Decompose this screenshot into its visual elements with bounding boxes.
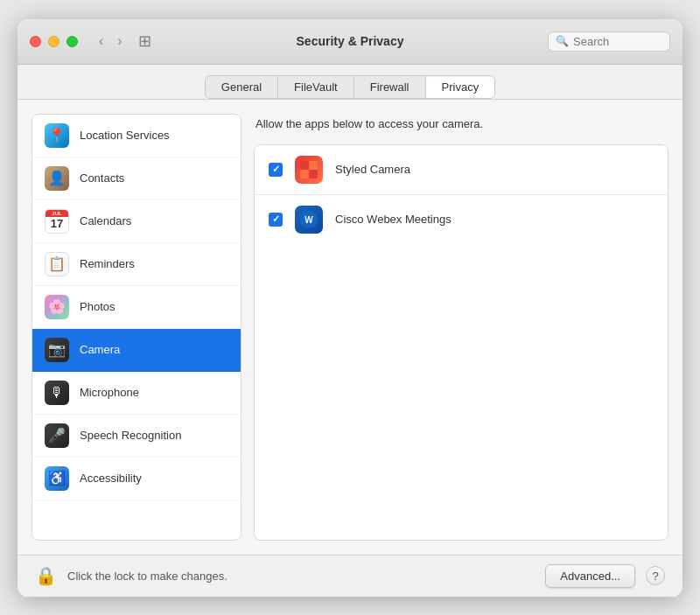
accessibility-icon: ♿ (45, 466, 69, 491)
advanced-button[interactable]: Advanced... (545, 564, 635, 588)
search-icon: 🔍 (556, 35, 569, 47)
sidebar-item-label: Photos (80, 300, 115, 313)
window-title: Security & Privacy (297, 34, 404, 48)
list-item: ✓ W Cisco Webex Meetings (255, 195, 668, 244)
sidebar-item-location-services[interactable]: 📍 Location Services (32, 115, 241, 157)
tab-general[interactable]: General (206, 76, 278, 98)
camera-icon: 📷 (45, 338, 69, 362)
help-button[interactable]: ? (646, 566, 665, 585)
footer: 🔒 Click the lock to make changes. Advanc… (18, 555, 682, 597)
styled-camera-checkbox[interactable]: ✓ (269, 163, 283, 177)
footer-text: Click the lock to make changes. (67, 570, 535, 583)
sidebar-item-label: Calendars (80, 214, 131, 227)
pane-description: Allow the apps below to access your came… (254, 114, 668, 134)
microphone-icon: 🎙 (45, 381, 69, 405)
maximize-button[interactable] (66, 36, 78, 47)
sidebar-item-camera[interactable]: 📷 Camera (32, 329, 241, 372)
svg-rect-2 (300, 170, 309, 178)
close-button[interactable] (30, 36, 41, 47)
sidebar-item-speech-recognition[interactable]: 🎤 Speech Recognition (32, 415, 241, 458)
sidebar-item-photos[interactable]: 🌸 Photos (32, 286, 241, 329)
content-area: 📍 Location Services 👤 Contacts JUL 17 Ca… (18, 100, 682, 555)
traffic-lights (30, 36, 78, 47)
checkmark-icon: ✓ (272, 164, 280, 175)
contacts-icon: 👤 (45, 166, 69, 191)
apps-list: ✓ Styled Camera ✓ (254, 144, 668, 541)
svg-text:W: W (304, 215, 313, 225)
svg-rect-1 (309, 161, 318, 170)
search-input[interactable] (573, 35, 662, 48)
calendars-icon: JUL 17 (45, 209, 69, 234)
sidebar-item-label: Camera (80, 343, 120, 356)
tab-firewall[interactable]: Firewall (354, 76, 426, 98)
back-button[interactable]: ‹ (95, 31, 107, 51)
tab-filevault[interactable]: FileVault (278, 76, 354, 98)
photos-icon: 🌸 (45, 295, 69, 319)
forward-button[interactable]: › (114, 31, 125, 51)
grid-icon: ⊞ (138, 31, 151, 51)
lock-icon[interactable]: 🔒 (35, 565, 57, 586)
sidebar-item-contacts[interactable]: 👤 Contacts (32, 157, 241, 200)
sidebar: 📍 Location Services 👤 Contacts JUL 17 Ca… (32, 114, 242, 541)
sidebar-item-reminders[interactable]: 📋 Reminders (32, 243, 241, 286)
checkmark-icon: ✓ (272, 213, 280, 225)
sidebar-item-microphone[interactable]: 🎙 Microphone (32, 372, 241, 415)
sidebar-item-label: Speech Recognition (80, 429, 181, 442)
webex-icon: W (295, 206, 323, 234)
titlebar: ‹ › ⊞ Security & Privacy 🔍 (18, 19, 682, 65)
sidebar-item-accessibility[interactable]: ♿ Accessibility (32, 458, 241, 500)
main-pane: Allow the apps below to access your came… (254, 114, 668, 541)
nav-arrows: ‹ › (95, 31, 126, 51)
reminders-icon: 📋 (45, 252, 69, 276)
tab-group: General FileVault Firewall Privacy (205, 75, 495, 99)
tabs-bar: General FileVault Firewall Privacy (18, 65, 682, 100)
app-name: Styled Camera (335, 163, 410, 176)
sidebar-item-label: Microphone (80, 386, 139, 399)
speech-icon: 🎤 (45, 423, 69, 448)
search-box[interactable]: 🔍 (548, 31, 670, 52)
list-item: ✓ Styled Camera (255, 145, 668, 195)
sidebar-item-label: Location Services (80, 129, 170, 142)
svg-rect-3 (309, 170, 318, 178)
minimize-button[interactable] (48, 36, 60, 47)
sidebar-item-label: Contacts (80, 171, 124, 185)
sidebar-item-label: Reminders (80, 257, 135, 270)
sidebar-item-label: Accessibility (80, 472, 142, 485)
location-services-icon: 📍 (45, 123, 69, 148)
svg-rect-0 (300, 161, 309, 170)
webex-checkbox[interactable]: ✓ (269, 213, 283, 227)
styled-camera-icon (295, 156, 323, 184)
app-name: Cisco Webex Meetings (335, 213, 452, 226)
main-window: ‹ › ⊞ Security & Privacy 🔍 General FileV… (18, 19, 682, 597)
sidebar-item-calendars[interactable]: JUL 17 Calendars (32, 200, 241, 243)
tab-privacy[interactable]: Privacy (426, 76, 495, 98)
